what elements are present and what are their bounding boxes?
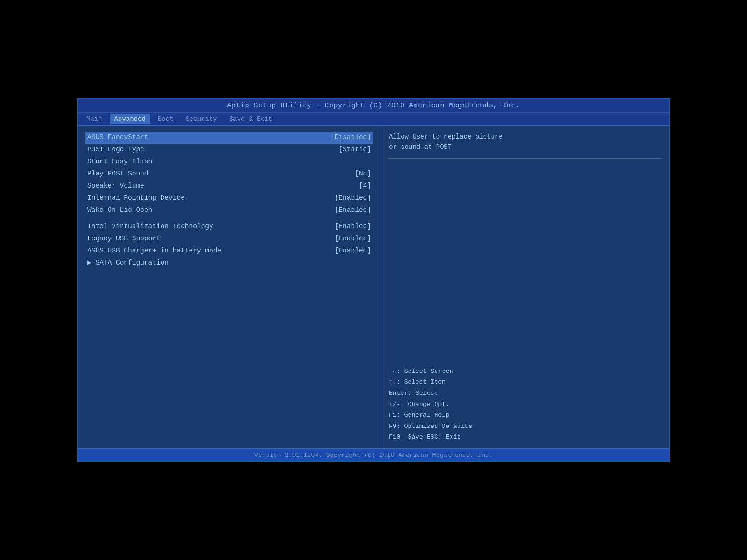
tab-security[interactable]: Security — [181, 114, 221, 124]
info-panel: Allow User to replace picture or sound a… — [381, 126, 669, 448]
help-line-7: F10: Save ESC: Exit — [389, 432, 662, 443]
setting-row-speaker-volume[interactable]: Speaker Volume [4] — [87, 180, 371, 192]
setting-label-post-logo: POST Logo Type — [87, 144, 144, 155]
setting-row-vt[interactable]: Intel Virtualization Technology [Enabled… — [87, 221, 371, 233]
setting-label-post-sound: Play POST Sound — [87, 168, 148, 180]
setting-row-pointing-device[interactable]: Internal Pointing Device [Enabled] — [87, 192, 371, 204]
info-line1: Allow User to replace picture — [389, 132, 662, 142]
help-line-4: +/-: Change Opt. — [389, 399, 662, 410]
setting-value-wake-lid: [Enabled] — [335, 205, 371, 216]
setting-row-post-sound[interactable]: Play POST Sound [No] — [87, 168, 371, 180]
help-line-6: F9: Optimized Defaults — [389, 421, 662, 432]
tab-boot[interactable]: Boot — [153, 114, 178, 124]
footer-bar: Version 2.01.1204. Copyright (C) 2010 Am… — [78, 448, 669, 461]
tab-save-exit[interactable]: Save & Exit — [225, 114, 277, 124]
footer-text: Version 2.01.1204. Copyright (C) 2010 Am… — [254, 452, 493, 459]
setting-label-legacy-usb: Legacy USB Support — [87, 233, 161, 245]
setting-value-fancystart: [Disabled] — [331, 132, 371, 143]
setting-value-pointing-device: [Enabled] — [335, 193, 371, 204]
tab-main[interactable]: Main — [82, 114, 107, 124]
help-line-1: →←: Select Screen — [389, 366, 662, 377]
setting-row-usb-charger[interactable]: ASUS USB Charger+ in battery mode [Enabl… — [87, 245, 371, 257]
help-line-5: F1: General Help — [389, 410, 662, 421]
setting-label-wake-lid: Wake On Lid Open — [87, 205, 152, 216]
tab-advanced[interactable]: Advanced — [110, 114, 150, 124]
help-line-2: ↑↓: Select Item — [389, 377, 662, 388]
help-line-3: Enter: Select — [389, 388, 662, 399]
info-description: Allow User to replace picture or sound a… — [389, 132, 662, 159]
setting-label-speaker-volume: Speaker Volume — [87, 181, 144, 192]
setting-value-usb-charger: [Enabled] — [335, 245, 371, 257]
setting-label-pointing-device: Internal Pointing Device — [87, 193, 185, 204]
setting-row-fancystart[interactable]: ASUS FancyStart [Disabled] — [85, 132, 373, 144]
setting-label-sata: SATA Configuration — [87, 258, 169, 269]
main-content: ASUS FancyStart [Disabled] POST Logo Typ… — [78, 126, 669, 448]
setting-label-easy-flash: Start Easy Flash — [87, 156, 152, 168]
nav-bar: Main Advanced Boot Security Save & Exit — [78, 113, 669, 126]
setting-label-usb-charger: ASUS USB Charger+ in battery mode — [87, 245, 221, 257]
setting-value-legacy-usb: [Enabled] — [335, 233, 371, 245]
setting-row-legacy-usb[interactable]: Legacy USB Support [Enabled] — [87, 233, 371, 245]
bottom-space — [389, 159, 662, 366]
setting-label-fancystart: ASUS FancyStart — [87, 132, 148, 143]
setting-label-vt: Intel Virtualization Technology — [87, 221, 213, 232]
bios-screen: Aptio Setup Utility - Copyright (C) 2010… — [77, 98, 670, 462]
settings-panel: ASUS FancyStart [Disabled] POST Logo Typ… — [78, 126, 381, 448]
setting-value-post-logo: [Static] — [338, 144, 371, 155]
title-bar: Aptio Setup Utility - Copyright (C) 2010… — [78, 99, 669, 113]
setting-row-post-logo[interactable]: POST Logo Type [Static] — [87, 144, 371, 156]
setting-row-wake-lid[interactable]: Wake On Lid Open [Enabled] — [87, 204, 371, 217]
setting-value-post-sound: [No] — [355, 168, 371, 180]
setting-value-vt: [Enabled] — [335, 221, 371, 232]
setting-row-easy-flash[interactable]: Start Easy Flash — [87, 156, 371, 168]
info-line2: or sound at POST — [389, 142, 662, 152]
setting-row-sata[interactable]: SATA Configuration — [87, 257, 371, 269]
setting-value-speaker-volume: [4] — [359, 181, 371, 192]
spacer — [87, 216, 371, 221]
help-section: →←: Select Screen ↑↓: Select Item Enter:… — [389, 366, 662, 443]
title-text: Aptio Setup Utility - Copyright (C) 2010… — [227, 102, 520, 110]
